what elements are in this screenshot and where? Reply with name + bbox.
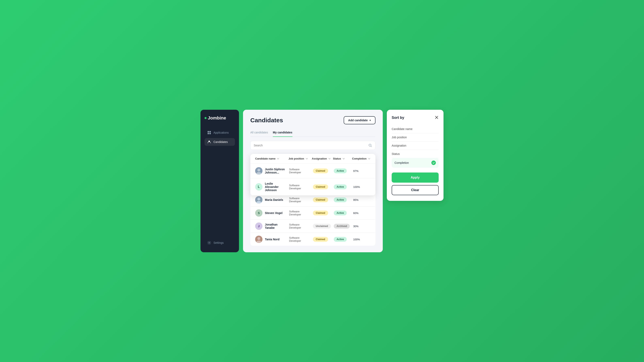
chevron-down-icon-4 <box>342 157 345 160</box>
status-badge: Active <box>334 210 351 216</box>
status-badge: Active <box>334 184 351 189</box>
assignation-badge: Claimed <box>313 168 332 173</box>
sidebar-item-settings[interactable]: Settings <box>204 239 235 246</box>
col-header-status[interactable]: Status <box>333 157 350 160</box>
svg-rect-3 <box>210 133 211 134</box>
tab-all-candidates[interactable]: All candidates <box>250 129 268 137</box>
col-header-candidate-name[interactable]: Candidate name <box>255 157 286 160</box>
grid-icon <box>208 131 211 134</box>
sort-header: Sort by <box>392 116 439 120</box>
main-content: Candidates Add candidate + All candidate… <box>243 110 383 252</box>
candidate-name: Maria Daniels <box>265 198 283 202</box>
sort-option-status[interactable]: Status <box>392 150 439 158</box>
sort-option-assignation[interactable]: Assignation <box>392 142 439 150</box>
search-icon <box>368 144 372 147</box>
candidate-cell: L Leslie Alexander Johnson <box>255 182 287 192</box>
table-row: L Leslie Alexander Johnson Software Deve… <box>250 178 376 195</box>
person-silhouette <box>255 236 262 243</box>
col-header-job-position[interactable]: Job position <box>288 157 310 160</box>
candidate-name: Justin Siphron Johnson... <box>265 168 287 174</box>
completion-value: 60% <box>353 212 370 214</box>
page-header: Candidates Add candidate + <box>250 116 376 124</box>
svg-point-6 <box>369 144 371 146</box>
svg-rect-1 <box>210 131 211 132</box>
app-layout: Jombine Applications Candidates <box>200 110 444 252</box>
candidate-cell: S Steven Vogel <box>255 209 287 217</box>
person-silhouette <box>255 167 262 174</box>
svg-point-14 <box>258 237 260 240</box>
page-title: Candidates <box>250 117 283 124</box>
table-row: S Steven Vogel Software Developer Claime… <box>250 206 376 220</box>
assignation-badge: Unclaimed <box>313 224 332 228</box>
chevron-down-icon-5 <box>368 157 370 160</box>
completion-value: 30% <box>353 225 370 228</box>
candidate-name: Tania Nord <box>265 238 280 241</box>
logo-text: Jombine <box>208 116 226 121</box>
candidate-cell: Justin Siphron Johnson... <box>255 167 287 174</box>
close-icon <box>434 116 439 120</box>
status-badge: Archived <box>334 224 351 228</box>
svg-rect-2 <box>208 133 209 134</box>
apply-button[interactable]: Apply <box>392 172 439 182</box>
candidate-cell: Tania Nord <box>255 236 287 243</box>
avatar: S <box>255 209 262 217</box>
clear-button[interactable]: Clear <box>392 185 439 195</box>
status-badge: Active <box>334 198 351 202</box>
svg-point-11 <box>258 198 260 200</box>
settings-label: Settings <box>214 241 224 244</box>
checkmark-icon <box>432 162 435 164</box>
expanded-table: Candidate name Job position Assignation <box>250 154 376 195</box>
completion-value: 100% <box>353 238 370 241</box>
sort-option-candidate-name[interactable]: Candidate name <box>392 125 439 133</box>
job-position: Software Developer <box>289 197 311 203</box>
nav-items: Applications Candidates <box>204 129 235 239</box>
close-button[interactable] <box>434 116 439 120</box>
logo: Jombine <box>204 116 235 121</box>
job-position: Software Developer <box>289 168 311 174</box>
candidate-cell: Maria Daniels <box>255 196 287 204</box>
plus-icon: + <box>370 119 371 122</box>
job-position: Software Developer <box>289 210 311 216</box>
sort-panel: Sort by Candidate name Job position Assi… <box>387 110 444 201</box>
search-input[interactable] <box>254 144 366 147</box>
sort-option-completion[interactable]: Completion <box>392 158 439 168</box>
job-position: Software Developer <box>289 223 311 229</box>
sort-title: Sort by <box>392 116 404 120</box>
job-position: Software Developer <box>289 184 311 190</box>
background-table: Maria Daniels Software Developer Claimed… <box>250 193 376 246</box>
sidebar-item-applications[interactable]: Applications <box>204 129 235 136</box>
assignation-badge: Claimed <box>313 210 332 216</box>
sidebar-item-applications-label: Applications <box>214 131 229 134</box>
completion-value: 95% <box>353 198 370 202</box>
sidebar-item-candidates[interactable]: Candidates <box>204 138 235 146</box>
status-badge: Active <box>334 168 351 173</box>
completion-value: 100% <box>353 186 370 188</box>
completion-value: 97% <box>353 170 370 172</box>
chevron-down-icon-3 <box>328 157 331 160</box>
add-candidate-button[interactable]: Add candidate + <box>344 116 376 124</box>
candidate-name: Jonathan Tanabe <box>265 223 287 230</box>
avatar <box>255 236 262 243</box>
table-row: Justin Siphron Johnson... Software Devel… <box>250 164 376 178</box>
tab-my-candidates[interactable]: My candidates <box>273 129 292 137</box>
avatar: L <box>255 183 262 190</box>
gear-icon <box>208 241 211 244</box>
table-row: Tania Nord Software Developer Claimed Ac… <box>250 233 376 246</box>
avatar <box>255 167 262 174</box>
candidate-name: Steven Vogel <box>265 211 282 214</box>
col-header-assignation[interactable]: Assignation <box>312 157 331 160</box>
assignation-badge: Claimed <box>313 198 332 202</box>
check-icon <box>431 160 436 165</box>
table-row: J Jonathan Tanabe Software Developer Unc… <box>250 220 376 233</box>
sort-option-job-position[interactable]: Job position <box>392 133 439 142</box>
avatar: J <box>255 222 262 230</box>
assignation-badge: Claimed <box>313 237 332 242</box>
svg-point-8 <box>258 169 260 172</box>
col-header-completion[interactable]: Completion <box>352 157 371 160</box>
avatar <box>255 196 262 204</box>
chevron-down-icon-2 <box>306 157 308 160</box>
status-badge: Active <box>334 237 351 242</box>
chevron-down-icon <box>277 157 280 160</box>
svg-point-5 <box>209 242 210 243</box>
assignation-badge: Claimed <box>313 184 332 189</box>
